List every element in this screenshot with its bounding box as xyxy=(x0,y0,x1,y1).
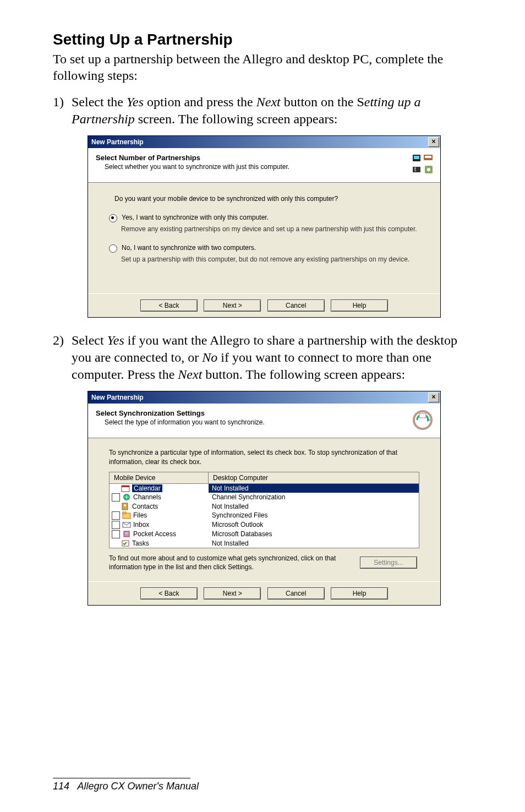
text-italic: Next xyxy=(178,367,202,382)
text-italic: Yes xyxy=(127,95,144,109)
column-desktop-computer[interactable]: Desktop Computer xyxy=(209,472,419,483)
step-1: 1) Select the Yes option and press the N… xyxy=(53,94,475,128)
item-desktop: Microsoft Outlook xyxy=(209,520,419,529)
next-button[interactable]: Next > xyxy=(204,299,261,312)
svg-rect-10 xyxy=(419,413,426,418)
header-title: Select Synchronization Settings xyxy=(96,409,407,417)
dialog-new-partnership-sync: New Partnership × Select Synchronization… xyxy=(88,391,441,606)
sync-intro-text: To synchronize a particular type of info… xyxy=(109,448,429,466)
list-item[interactable]: ChannelsChannel Synchronization xyxy=(110,493,419,502)
close-icon[interactable]: × xyxy=(428,137,439,147)
checkbox[interactable] xyxy=(112,530,120,538)
radio-label: No, I want to synchronize with two compu… xyxy=(122,244,256,252)
help-button[interactable]: Help xyxy=(331,587,388,600)
button-row: < Back Next > Cancel Help xyxy=(88,293,440,317)
radio-yes[interactable]: Yes, I want to synchronize with only thi… xyxy=(109,214,425,222)
svg-rect-17 xyxy=(123,512,126,514)
close-icon[interactable]: × xyxy=(428,393,439,402)
radio-icon xyxy=(109,214,117,222)
svg-text:t: t xyxy=(414,166,416,172)
next-button[interactable]: Next > xyxy=(204,587,261,600)
svg-rect-1 xyxy=(414,156,419,159)
item-desktop: Not Installed xyxy=(209,539,419,548)
radio-label: Yes, I want to synchronize with only thi… xyxy=(122,214,269,221)
dialog-header: Select Synchronization Settings Select t… xyxy=(88,404,440,438)
channels-icon xyxy=(122,493,131,501)
checkbox[interactable] xyxy=(112,521,120,529)
radio-no[interactable]: No, I want to synchronize with two compu… xyxy=(109,244,425,253)
radio-icon xyxy=(109,244,117,253)
text: Select the xyxy=(72,95,127,109)
item-desktop: Not Installed xyxy=(209,502,419,511)
item-name: Calendar xyxy=(132,484,162,492)
tasks-icon xyxy=(121,539,130,547)
listview-header: Mobile Device Desktop Computer xyxy=(110,472,419,484)
item-name: Channels xyxy=(133,493,161,501)
partnership-icon: t xyxy=(412,154,434,176)
item-desktop: Not Installed xyxy=(209,484,419,493)
list-item[interactable]: FilesSynchronized Files xyxy=(110,511,419,520)
list-item[interactable]: CalendarNot Installed xyxy=(110,484,419,493)
sync-info-icon xyxy=(412,409,434,431)
section-heading: Setting Up a Partnership xyxy=(53,31,475,48)
back-button[interactable]: < Back xyxy=(140,587,198,600)
step-number: 1) xyxy=(53,94,72,128)
calendar-icon xyxy=(121,484,130,492)
text: button. The following screen appears: xyxy=(202,367,405,382)
page-footer: 114 Allegro CX Owner's Manual xyxy=(53,778,199,792)
item-name: Files xyxy=(133,511,147,519)
text-italic: No xyxy=(202,350,217,364)
item-name: Pocket Access xyxy=(133,530,176,538)
cancel-button[interactable]: Cancel xyxy=(267,299,325,312)
back-button[interactable]: < Back xyxy=(140,299,198,312)
contacts-icon xyxy=(121,503,130,510)
item-desktop: Microsoft Databases xyxy=(209,530,419,538)
text: button on the S xyxy=(281,95,364,109)
header-title: Select Number of Partnerships xyxy=(96,154,407,162)
help-button[interactable]: Help xyxy=(331,299,388,312)
svg-rect-3 xyxy=(425,156,431,158)
settings-button[interactable]: Settings... xyxy=(360,557,417,569)
pocket-access-icon xyxy=(122,530,131,538)
step-2: 2) Select Yes if you want the Allegro to… xyxy=(53,332,475,384)
radio-no-description: Set up a partnership with this computer,… xyxy=(121,255,425,264)
text: Select xyxy=(72,333,107,347)
text: screen. The following screen appears: xyxy=(135,112,338,126)
svg-point-15 xyxy=(124,504,126,506)
settings-hint: To find out more about and to customize … xyxy=(109,554,358,571)
intro-paragraph: To set up a partnership between the Alle… xyxy=(53,51,475,84)
step-number: 2) xyxy=(53,332,72,384)
item-name: Contacts xyxy=(132,503,158,510)
cancel-button[interactable]: Cancel xyxy=(267,587,325,600)
manual-title: Allegro CX Owner's Manual xyxy=(77,781,199,792)
list-item[interactable]: Pocket AccessMicrosoft Databases xyxy=(110,530,419,539)
button-row: < Back Next > Cancel Help xyxy=(88,581,440,605)
item-desktop: Channel Synchronization xyxy=(209,493,419,502)
question-text: Do you want your mobile device to be syn… xyxy=(114,195,425,203)
header-subtitle: Select whether you want to synchronize w… xyxy=(96,163,407,171)
header-subtitle: Select the type of information you want … xyxy=(96,418,407,426)
inbox-icon xyxy=(122,521,131,528)
window-title: New Partnership xyxy=(91,394,428,401)
list-item[interactable]: ContactsNot Installed xyxy=(110,502,419,511)
dialog-header: Select Number of Partnerships Select whe… xyxy=(88,148,440,183)
column-mobile-device[interactable]: Mobile Device xyxy=(110,472,209,483)
window-title: New Partnership xyxy=(91,138,428,146)
item-desktop: Synchronized Files xyxy=(209,511,419,520)
text: option and press the xyxy=(144,95,256,109)
checkbox[interactable] xyxy=(112,511,120,520)
text-italic: Yes xyxy=(107,333,124,347)
files-icon xyxy=(122,511,131,519)
svg-point-7 xyxy=(427,168,430,171)
page-number: 114 xyxy=(53,781,69,792)
checkbox[interactable] xyxy=(112,493,120,502)
item-name: Inbox xyxy=(133,521,149,528)
list-item[interactable]: TasksNot Installed xyxy=(110,539,419,548)
sync-listview[interactable]: Mobile Device Desktop Computer CalendarN… xyxy=(109,472,419,548)
titlebar: New Partnership × xyxy=(88,136,440,148)
svg-rect-12 xyxy=(122,486,129,487)
dialog-new-partnership-number: New Partnership × Select Number of Partn… xyxy=(88,135,441,317)
radio-yes-description: Remove any existing partnerships on my d… xyxy=(121,225,425,233)
text-italic: Next xyxy=(256,95,281,109)
list-item[interactable]: InboxMicrosoft Outlook xyxy=(110,520,419,530)
